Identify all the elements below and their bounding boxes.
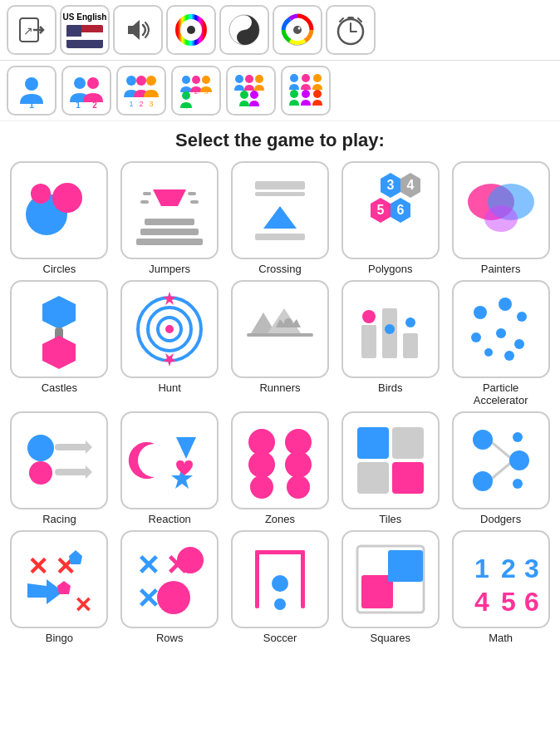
svg-point-117 xyxy=(287,475,310,499)
game-hunt[interactable]: Hunt xyxy=(117,280,223,406)
game-squares[interactable]: Squares xyxy=(337,530,443,644)
game-rows[interactable]: ✕ ✕ ✕ Rows xyxy=(117,530,223,644)
jumpers-icon xyxy=(120,161,219,259)
svg-point-126 xyxy=(473,471,493,491)
bingo-label: Bingo xyxy=(46,632,73,644)
svg-rect-141 xyxy=(255,550,259,608)
svg-rect-118 xyxy=(357,427,389,459)
toolbar: ↗ US English xyxy=(0,0,560,61)
svg-point-98 xyxy=(517,312,527,322)
birds-icon xyxy=(341,280,440,378)
svg-point-127 xyxy=(513,432,523,442)
svg-point-26 xyxy=(136,76,146,86)
timer-button[interactable] xyxy=(326,5,376,55)
game-bingo[interactable]: ✕ ✕ ✕ Bingo xyxy=(7,530,112,644)
svg-point-143 xyxy=(272,575,288,592)
game-math[interactable]: 1 2 3 4 5 6 Math xyxy=(448,530,553,644)
particle-accelerator-label: Particle Accelerator xyxy=(474,381,528,406)
svg-rect-54 xyxy=(145,219,194,225)
player-count-row: 1 1 2 1 2 3 xyxy=(0,61,560,121)
svg-rect-90 xyxy=(361,325,376,358)
soccer-icon xyxy=(231,530,329,628)
svg-point-43 xyxy=(250,91,258,99)
language-label: US English xyxy=(63,12,107,22)
soccer-label: Soccer xyxy=(263,632,297,644)
player-2-button[interactable]: 1 2 xyxy=(61,66,111,116)
player-4-button[interactable]: 1 2 3 4 xyxy=(171,66,221,116)
svg-point-93 xyxy=(362,310,376,323)
svg-marker-78 xyxy=(42,336,76,369)
game-jumpers[interactable]: Jumpers xyxy=(117,161,223,275)
painters-icon xyxy=(452,161,550,259)
language-button[interactable]: US English xyxy=(60,5,110,55)
game-castles[interactable]: Castles xyxy=(7,280,112,406)
game-birds[interactable]: Birds xyxy=(337,280,443,406)
accessibility-button[interactable] xyxy=(273,5,322,55)
game-polygons[interactable]: 3 4 5 6 Polygons xyxy=(337,161,443,275)
svg-point-42 xyxy=(240,91,248,99)
reaction-icon xyxy=(120,411,219,509)
game-circles[interactable]: Circles xyxy=(7,161,112,275)
svg-rect-60 xyxy=(190,200,199,204)
svg-point-107 xyxy=(29,461,52,485)
colors-button[interactable] xyxy=(166,5,216,55)
svg-rect-62 xyxy=(255,192,305,196)
svg-point-96 xyxy=(474,306,487,319)
svg-point-103 xyxy=(504,351,514,361)
svg-point-102 xyxy=(484,348,493,357)
svg-text:2: 2 xyxy=(92,101,97,109)
svg-point-31 xyxy=(182,76,190,84)
svg-text:3: 3 xyxy=(149,100,153,108)
svg-point-27 xyxy=(146,76,156,86)
polygons-icon: 3 4 5 6 xyxy=(341,161,440,259)
select-title: Select the game to play: xyxy=(0,121,560,158)
racing-label: Racing xyxy=(42,513,76,525)
svg-point-33 xyxy=(202,76,210,84)
exit-button[interactable]: ↗ xyxy=(7,5,56,55)
math-label: Math xyxy=(489,632,513,644)
game-soccer[interactable]: Soccer xyxy=(228,530,333,644)
svg-rect-59 xyxy=(188,192,196,195)
sound-button[interactable] xyxy=(113,5,163,55)
svg-point-25 xyxy=(126,76,136,86)
theme-button[interactable] xyxy=(219,5,269,55)
game-particle-accelerator[interactable]: Particle Accelerator xyxy=(448,280,553,406)
game-zones[interactable]: Zones xyxy=(228,411,333,525)
svg-text:3: 3 xyxy=(524,554,539,583)
svg-text:2: 2 xyxy=(501,554,516,583)
circles-icon xyxy=(10,161,108,259)
game-runners[interactable]: Runners xyxy=(228,280,333,406)
svg-point-21 xyxy=(74,77,86,89)
svg-text:6: 6 xyxy=(396,203,404,217)
game-racing[interactable]: Racing xyxy=(7,411,112,525)
svg-point-5 xyxy=(187,26,195,34)
game-dodgers[interactable]: Dodgers xyxy=(448,411,553,525)
svg-point-75 xyxy=(484,205,518,232)
svg-text:4: 4 xyxy=(184,103,189,109)
player-6-button[interactable] xyxy=(281,66,331,116)
svg-point-116 xyxy=(250,475,273,499)
svg-rect-18 xyxy=(347,17,354,20)
svg-point-95 xyxy=(405,317,415,327)
svg-text:1: 1 xyxy=(184,93,189,101)
svg-point-11 xyxy=(293,26,302,34)
player-5-button[interactable] xyxy=(226,66,276,116)
game-tiles[interactable]: Tiles xyxy=(337,411,443,525)
svg-line-122 xyxy=(489,440,513,460)
svg-point-52 xyxy=(31,184,51,204)
game-painters[interactable]: Painters xyxy=(448,161,553,275)
game-crossing[interactable]: Crossing xyxy=(228,161,333,275)
player-3-button[interactable]: 1 2 3 xyxy=(116,66,166,116)
svg-rect-64 xyxy=(255,234,305,240)
game-reaction[interactable]: Reaction xyxy=(117,411,223,525)
svg-text:2: 2 xyxy=(139,100,143,108)
svg-rect-121 xyxy=(392,462,424,494)
svg-text:✕: ✕ xyxy=(136,549,160,581)
svg-marker-110 xyxy=(176,437,196,459)
svg-marker-53 xyxy=(153,189,186,206)
polygons-label: Polygons xyxy=(368,263,412,275)
player-1-button[interactable]: 1 xyxy=(7,66,56,116)
castles-label: Castles xyxy=(42,381,77,394)
dodgers-label: Dodgers xyxy=(480,513,521,525)
bingo-icon: ✕ ✕ ✕ xyxy=(10,530,108,628)
